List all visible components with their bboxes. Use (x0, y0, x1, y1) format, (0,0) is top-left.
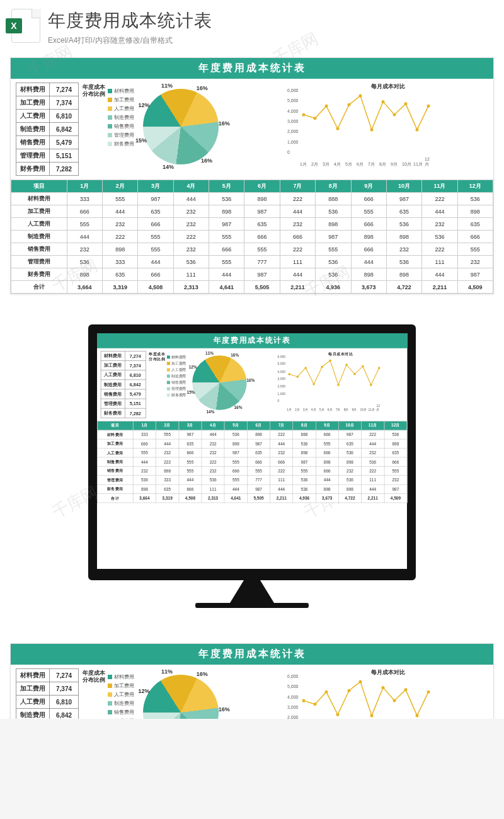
x-tick: 3月 (303, 408, 308, 412)
summary-label: 加工费用 (16, 682, 50, 696)
pie-chart-label: 年度成本分布比例 (83, 668, 105, 719)
summary-value: 6,810 (125, 370, 146, 380)
table-total-row: 合计3,6643,3194,5082,3134,6415,5052,2114,9… (97, 494, 407, 503)
col-header: 2月 (156, 421, 179, 430)
summary-table: 材料费用7,274加工费用7,374人工费用6,810制造费用6,842销售费用… (101, 351, 146, 418)
pie-pct-label: 11% (205, 351, 214, 355)
line-chart-title: 每月成本对比 (278, 351, 404, 357)
summary-value: 6,842 (50, 709, 79, 719)
svg-point-1 (314, 117, 317, 120)
summary-value: 6,810 (50, 696, 79, 709)
pie-pct-label: 16% (197, 671, 208, 677)
col-header: 1月 (133, 421, 156, 430)
col-header: 11月 (422, 180, 457, 193)
x-tick: 1月 (300, 161, 307, 168)
pie-pct-label: 12% (138, 102, 149, 108)
legend-item: 财务费用 (108, 140, 134, 147)
summary-value: 5,151 (50, 149, 79, 163)
pie-pct-label: 16% (231, 353, 239, 357)
legend-swatch (108, 692, 112, 697)
line-chart: 01,0002,0003,0004,0005,0006,0001月2月3月4月5… (278, 357, 382, 411)
summary-value: 6,842 (125, 380, 146, 389)
col-header: 5月 (209, 180, 244, 193)
x-tick: 4月 (334, 161, 341, 168)
spreadsheet-preview-cropped: 年度费用成本统计表材料费用7,274加工费用7,374人工费用6,810制造费用… (0, 643, 504, 719)
svg-point-18 (337, 384, 340, 386)
legend-swatch (167, 394, 170, 397)
legend-item: 销售费用 (108, 123, 134, 130)
col-header: 1月 (67, 180, 102, 193)
legend-item: 制造费用 (167, 374, 186, 379)
summary-value: 7,374 (50, 682, 79, 696)
summary-label: 财务费用 (16, 163, 50, 176)
legend-item: 管理费用 (108, 132, 134, 139)
svg-point-31 (382, 686, 385, 689)
legend-swatch (108, 133, 112, 137)
pie-chart-label: 年度成本分布比例 (83, 83, 105, 176)
legend-item: 制造费用 (108, 700, 134, 707)
pie-pct-label: 16% (197, 85, 208, 91)
pie-pct-label: 11% (161, 668, 173, 675)
x-tick: 7月 (336, 408, 341, 412)
legend-item: 人工费用 (108, 105, 134, 112)
summary-label: 加工费用 (101, 361, 125, 370)
pie-legend: 材料费用加工费用人工费用制造费用销售费用管理费用财务费用 (108, 83, 134, 176)
x-tick: 11月 (369, 408, 375, 412)
legend-swatch (108, 98, 112, 102)
table-row: 制造费用444222555222555666666987898898536666 (97, 457, 407, 466)
line-chart: 01,0002,0003,0004,0005,0006,0001月2月3月4月5… (287, 677, 432, 719)
x-tick: 11月 (413, 161, 423, 168)
table-row: 人工费用555232666232987635232898666536232635 (11, 218, 493, 231)
svg-point-9 (404, 102, 408, 105)
pie-pct-label: 16% (219, 706, 230, 713)
sheet-title: 年度费用成本统计表 (97, 333, 407, 348)
svg-point-4 (348, 103, 351, 106)
svg-point-32 (393, 699, 396, 702)
summary-value: 5,151 (125, 399, 146, 408)
col-header: 2月 (102, 180, 137, 193)
pie-chart-label: 年度成本分布比例 (149, 351, 165, 418)
col-header: 项目 (11, 180, 67, 193)
svg-point-30 (370, 714, 374, 717)
x-tick: 6月 (328, 408, 333, 412)
legend-swatch (167, 375, 170, 378)
svg-point-15 (312, 383, 315, 386)
summary-value: 7,274 (125, 351, 146, 360)
table-row: 管理费用536333444536555777111536444536111232 (11, 256, 493, 268)
svg-point-0 (302, 113, 306, 117)
summary-label: 加工费用 (16, 96, 50, 110)
table-row: 加工费用666444635232898987444536555635444898 (97, 439, 407, 448)
summary-label: 材料费用 (16, 83, 50, 96)
pie-pct-label: 16% (219, 120, 230, 127)
x-tick: 6月 (357, 161, 364, 168)
col-header: 4月 (173, 180, 209, 193)
pie-pct-label: 11% (161, 83, 173, 89)
line-chart-title: 每月成本对比 (287, 83, 488, 91)
legend-swatch (108, 89, 112, 93)
template-header: X 年度费用成本统计表 Excel/A4打印/内容随意修改/自带格式 (0, 0, 504, 52)
table-row: 销售费用232898555232666555222555666232222555 (97, 466, 407, 475)
data-table: 项目1月2月3月4月5月6月7月8月9月10月11月12月材料费用3335559… (97, 421, 407, 503)
table-row: 材料费用333555987444536898222888666987222536 (11, 193, 493, 205)
col-header: 项目 (97, 421, 133, 430)
legend-item: 加工费用 (108, 682, 134, 689)
col-header: 10月 (338, 421, 361, 430)
summary-value: 7,274 (50, 669, 79, 682)
legend-swatch (108, 684, 112, 688)
table-row: 材料费用333555987444536898222888666987222536 (97, 430, 407, 439)
table-row: 销售费用232898555232666555222555666232222555 (11, 243, 493, 256)
pie-chart: 16%16%16%14%15%12%11% (137, 668, 225, 719)
x-tick: 4月 (311, 408, 316, 412)
svg-point-28 (348, 689, 351, 692)
svg-point-23 (378, 367, 381, 369)
svg-point-26 (325, 690, 328, 694)
svg-point-3 (336, 127, 340, 130)
svg-point-16 (321, 366, 323, 369)
pie-legend: 材料费用加工费用人工费用制造费用销售费用管理费用财务费用 (108, 668, 134, 719)
svg-point-19 (345, 364, 348, 366)
sheet-title: 年度费用成本统计表 (11, 58, 493, 79)
svg-point-20 (353, 373, 356, 375)
pie-pct-label: 16% (246, 378, 255, 382)
legend-item: 管理费用 (108, 718, 134, 719)
col-header: 6月 (247, 421, 270, 430)
